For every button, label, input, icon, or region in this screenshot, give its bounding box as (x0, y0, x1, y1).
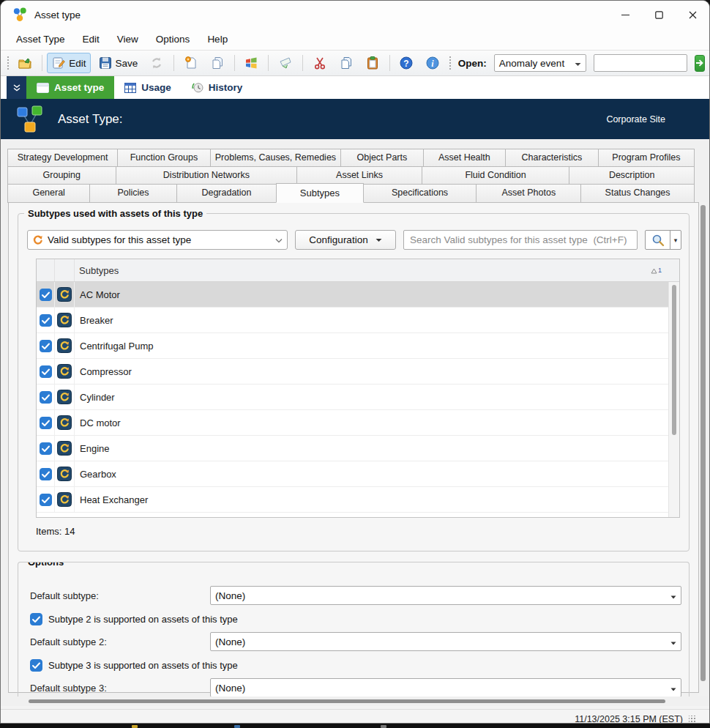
page-scrollbar-thumb[interactable] (700, 205, 706, 681)
paste-button[interactable] (361, 53, 384, 73)
tab-asset-photos[interactable]: Asset Photos (476, 184, 581, 203)
view-tab-usage[interactable]: Usage (114, 76, 182, 99)
configuration-button[interactable]: Configuration (295, 230, 396, 250)
subtype-row-heat-exchanger[interactable]: Heat Exchanger (37, 487, 679, 513)
row-checkbox-checked-icon[interactable] (40, 289, 52, 301)
tab-asset-health[interactable]: Asset Health (423, 149, 507, 167)
subtype3-supported-row[interactable]: Subtype 3 is supported on assets of this… (27, 659, 681, 672)
default-subtype3-label: Default subtype 3: (27, 683, 210, 694)
tab-characteristics[interactable]: Characteristics (505, 149, 599, 167)
row-checkbox-checked-icon[interactable] (40, 468, 52, 480)
table-icon (124, 83, 136, 93)
sort-ascending-icon (651, 268, 657, 274)
tab-problems-causes-remedies[interactable]: Problems, Causes, Remedies (210, 149, 341, 167)
search-icon (651, 234, 665, 247)
edit-button[interactable]: Edit (47, 53, 90, 73)
subtype-row-dc-motor[interactable]: DC motor (37, 410, 679, 436)
row-checkbox-checked-icon[interactable] (40, 442, 52, 455)
subtype-row-compressor[interactable]: Compressor (37, 359, 679, 385)
subtype-name: Breaker (75, 315, 113, 326)
search-options-dropdown[interactable]: ▾ (670, 231, 681, 249)
menu-options[interactable]: Options (148, 31, 198, 48)
subtype-row-centrifugal-pump[interactable]: Centrifugal Pump (37, 333, 679, 359)
default-subtype3-combobox[interactable]: (None) (210, 678, 681, 697)
tab-status-changes[interactable]: Status Changes (580, 184, 695, 203)
horizontal-scrollbar[interactable] (14, 697, 681, 706)
default-subtype2-value: (None) (215, 636, 245, 647)
subtype-row-gearbox[interactable]: Gearbox (37, 461, 679, 487)
info-button[interactable]: i (421, 53, 444, 73)
tab-general[interactable]: General (7, 184, 90, 203)
copy-button[interactable] (335, 53, 358, 73)
tab-strategy-development[interactable]: Strategy Development (7, 149, 118, 167)
tab-grouping[interactable]: Grouping (7, 166, 116, 185)
resize-grip[interactable] (689, 716, 696, 723)
subtype-row-ac-motor[interactable]: AC Motor (37, 282, 679, 308)
header-icon-column (55, 259, 75, 281)
table-scrollbar-thumb[interactable] (672, 285, 676, 435)
subtype-row-engine[interactable]: Engine (37, 436, 679, 461)
sort-indicator: 1 (651, 267, 662, 274)
row-checkbox-checked-icon[interactable] (40, 417, 52, 429)
open-combobox[interactable]: Anomaly event (494, 54, 586, 72)
cut-button[interactable] (308, 53, 332, 73)
horizontal-scrollbar-thumb[interactable] (29, 699, 665, 703)
subtypes-search-input[interactable] (403, 230, 638, 250)
copy-record-button[interactable] (206, 53, 229, 73)
row-checkbox-checked-icon[interactable] (40, 314, 52, 327)
row-checkbox-checked-icon[interactable] (40, 391, 52, 404)
menu-help[interactable]: Help (199, 31, 236, 48)
row-checkbox-checked-icon[interactable] (40, 494, 52, 506)
view-selector-combobox[interactable]: Valid subtypes for this asset type (27, 230, 288, 250)
tab-object-parts[interactable]: Object Parts (340, 149, 424, 167)
subtype2-supported-row[interactable]: Subtype 2 is supported on assets of this… (27, 613, 681, 625)
subtype-swirl-icon (32, 234, 43, 245)
menu-view[interactable]: View (109, 31, 146, 48)
row-checkbox-checked-icon[interactable] (40, 365, 52, 378)
help-icon: ? (399, 56, 414, 70)
header-checkbox-column (37, 259, 55, 281)
maximize-button[interactable] (642, 1, 676, 29)
minimize-button[interactable] (608, 1, 642, 29)
menu-asset-type[interactable]: Asset Type (8, 31, 73, 48)
view-tab-history[interactable]: History (182, 76, 253, 99)
subtype-row-cylinder[interactable]: Cylinder (37, 385, 679, 410)
collapse-tabs-button[interactable] (7, 76, 26, 99)
tab-subtypes[interactable]: Subtypes (276, 183, 363, 203)
refresh-button[interactable] (145, 53, 168, 73)
tab-policies[interactable]: Policies (89, 184, 176, 203)
tab-specifications[interactable]: Specifications (363, 184, 477, 203)
checked-checkbox-icon[interactable] (30, 659, 42, 672)
new-record-button[interactable] (179, 53, 203, 73)
menu-edit[interactable]: Edit (75, 31, 108, 48)
subtype-name: Compressor (75, 366, 132, 377)
svg-text:?: ? (403, 59, 408, 69)
checked-checkbox-icon[interactable] (30, 613, 42, 625)
tab-distribution-networks[interactable]: Distribution Networks (116, 166, 298, 185)
windows-launch-button[interactable] (239, 53, 263, 73)
default-subtype-combobox[interactable]: (None) (210, 586, 681, 605)
save-button[interactable]: Save (94, 53, 143, 73)
tab-function-groups[interactable]: Function Groups (117, 149, 211, 167)
tab-program-profiles[interactable]: Program Profiles (598, 149, 695, 167)
tab-asset-links[interactable]: Asset Links (296, 166, 422, 185)
subtype-item-icon (57, 441, 72, 456)
table-vertical-scrollbar[interactable] (668, 282, 679, 517)
default-subtype2-combobox[interactable]: (None) (210, 632, 681, 651)
tab-fluid-condition[interactable]: Fluid Condition (422, 166, 569, 185)
search-button[interactable] (646, 231, 670, 249)
subtype-row-breaker[interactable]: Breaker (37, 308, 679, 333)
view-tab-strip: Asset type Usage History (1, 76, 709, 99)
send-button[interactable] (274, 53, 297, 73)
page-vertical-scrollbar[interactable] (698, 202, 708, 696)
close-button[interactable] (676, 1, 709, 29)
row-checkbox-checked-icon[interactable] (40, 340, 52, 352)
open-id-input[interactable] (594, 54, 687, 72)
view-tab-asset-type[interactable]: Asset type (26, 76, 114, 99)
open-datasheet-button[interactable] (13, 53, 37, 73)
go-button[interactable] (695, 55, 705, 72)
tab-degradation[interactable]: Degradation (176, 184, 277, 203)
tab-description[interactable]: Description (569, 166, 695, 185)
help-button[interactable]: ? (395, 53, 418, 73)
subtypes-table-header[interactable]: Subtypes 1 (37, 259, 679, 282)
